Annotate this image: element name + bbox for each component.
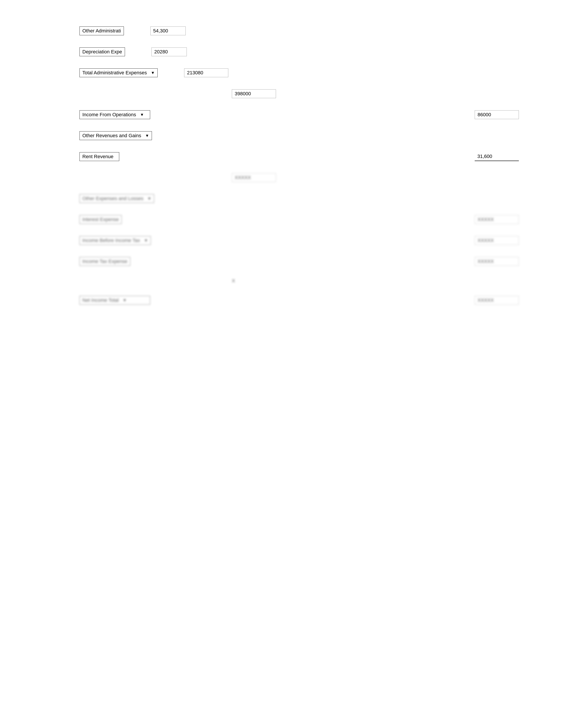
- blurred-arrow-7-icon: ▼: [123, 298, 127, 303]
- income-operations-dropdown[interactable]: Income From Operations ▼: [79, 110, 150, 119]
- row-total-admin: Total Administrative Expenses ▼ 213080: [44, 68, 519, 77]
- rent-revenue-label[interactable]: Rent Revenue: [79, 152, 119, 161]
- other-admin-value[interactable]: 54,300: [150, 26, 186, 35]
- total-admin-dropdown[interactable]: Total Administrative Expenses ▼: [79, 68, 158, 77]
- blurred-label-4: Income Before Income Tax ▼: [79, 236, 151, 245]
- total-admin-value[interactable]: 213080: [184, 68, 228, 77]
- blurred-label-2: Other Expenses and Losses ▼: [79, 194, 154, 203]
- row-other-revenues: Other Revenues and Gains ▼: [44, 131, 519, 140]
- blurred-x-marker: X: [232, 278, 235, 284]
- rent-revenue-value[interactable]: 31,600: [475, 152, 519, 161]
- blurred-label-7: Net Income Total ▼: [79, 296, 150, 305]
- blurred-value-1: XXXXX: [232, 173, 276, 182]
- other-revenues-dropdown[interactable]: Other Revenues and Gains ▼: [79, 131, 152, 140]
- row-blurred-7: Net Income Total ▼ XXXXX: [44, 296, 519, 305]
- blurred-arrow-4-icon: ▼: [144, 238, 148, 243]
- blurred-label-3: Interest Expense: [79, 215, 122, 224]
- total-admin-arrow-icon: ▼: [151, 71, 155, 75]
- blurred-value-5: XXXXX: [475, 257, 519, 266]
- depreciation-value[interactable]: 20280: [151, 47, 187, 56]
- row-rent-revenue: Rent Revenue 31,600: [44, 152, 519, 161]
- value-398000[interactable]: 398000: [232, 89, 276, 98]
- other-revenues-label: Other Revenues and Gains: [82, 133, 141, 139]
- blurred-value-4: XXXXX: [475, 236, 519, 245]
- row-blurred-5: Income Tax Expense XXXXX: [44, 257, 519, 266]
- blurred-arrow-2-icon: ▼: [147, 196, 151, 201]
- blurred-value-7: XXXXX: [475, 296, 519, 305]
- other-admin-label[interactable]: Other Administrati: [79, 26, 124, 35]
- page-container: Other Administrati 54,300 Depreciation E…: [0, 0, 563, 728]
- income-operations-label: Income From Operations: [82, 112, 136, 118]
- blurred-value-3: XXXXX: [475, 215, 519, 224]
- income-operations-arrow-icon: ▼: [140, 113, 144, 117]
- depreciation-label[interactable]: Depreciation Expe: [79, 47, 125, 56]
- total-admin-label: Total Administrative Expenses: [82, 70, 147, 76]
- income-operations-value[interactable]: 86000: [475, 110, 519, 119]
- row-blurred-3: Interest Expense XXXXX: [44, 215, 519, 224]
- row-blurred-4: Income Before Income Tax ▼ XXXXX: [44, 236, 519, 245]
- row-blurred-1: XXXXX: [44, 173, 519, 182]
- row-blurred-6: X: [44, 278, 519, 284]
- blurred-label-5: Income Tax Expense: [79, 257, 130, 266]
- row-depreciation: Depreciation Expe 20280: [44, 47, 519, 56]
- form-section: Other Administrati 54,300 Depreciation E…: [44, 26, 519, 305]
- row-blurred-2: Other Expenses and Losses ▼: [44, 194, 519, 203]
- row-income-operations: Income From Operations ▼ 86000: [44, 110, 519, 119]
- other-revenues-arrow-icon: ▼: [145, 133, 149, 138]
- row-other-admin: Other Administrati 54,300: [44, 26, 519, 35]
- row-398000: 398000: [44, 89, 519, 98]
